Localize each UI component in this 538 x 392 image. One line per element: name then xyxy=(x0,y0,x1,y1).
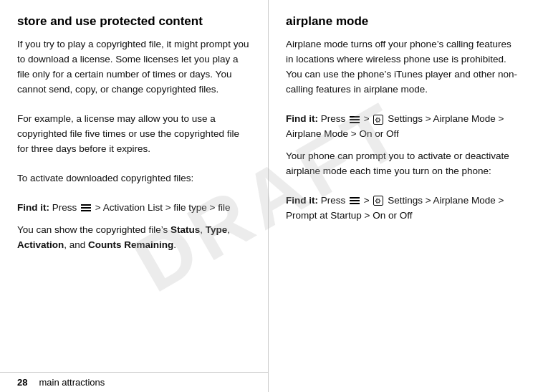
find-it-label-right-1: Find it: xyxy=(286,113,318,124)
find-it-label-right-2: Find it: xyxy=(286,195,318,206)
right-intro: Airplane mode turns off your phone’s cal… xyxy=(286,37,521,105)
page-number: 28 xyxy=(17,377,27,388)
find-it-path-left: > Activation List > file type > file xyxy=(95,202,231,213)
left-you-can: You can show the copyrighted file’s Stat… xyxy=(17,223,251,253)
right-section-title: airplane mode xyxy=(286,14,521,29)
right-column: airplane mode Airplane mode turns off yo… xyxy=(269,0,538,392)
left-paragraph-3: To activate downloaded copyrighted files… xyxy=(17,171,251,193)
page-container: DRAFT store and use protected content If… xyxy=(0,0,538,392)
footer-section: main attractions xyxy=(39,377,105,388)
menu-icon-left xyxy=(81,204,91,211)
right-find-it-1: Find it: Press > Settings > Airplane Mod… xyxy=(286,112,521,142)
footer: 28 main attractions xyxy=(0,372,269,392)
left-section-title: store and use protected content xyxy=(17,14,251,29)
left-find-it: Find it: Press > Activation List > file … xyxy=(17,201,251,216)
find-it-text-left: Press xyxy=(52,202,80,213)
find-it-text-right-2: Press xyxy=(321,195,348,206)
settings-icon-right-1 xyxy=(373,115,383,125)
settings-icon-right-2 xyxy=(373,196,383,206)
menu-icon-right-2 xyxy=(350,197,360,204)
left-paragraph-1: If you try to play a copyrighted file, i… xyxy=(17,37,251,105)
find-it-label-left: Find it: xyxy=(17,202,49,213)
left-paragraph-2: For example, a license may allow you to … xyxy=(17,112,251,164)
right-middle-text: Your phone can prompt you to activate or… xyxy=(286,149,521,186)
right-find-it-2: Find it: Press > Settings > Airplane Mod… xyxy=(286,193,521,224)
menu-icon-right-1 xyxy=(350,116,360,123)
find-it-text-right-1: Press xyxy=(321,113,348,124)
left-column: store and use protected content If you t… xyxy=(0,0,269,392)
